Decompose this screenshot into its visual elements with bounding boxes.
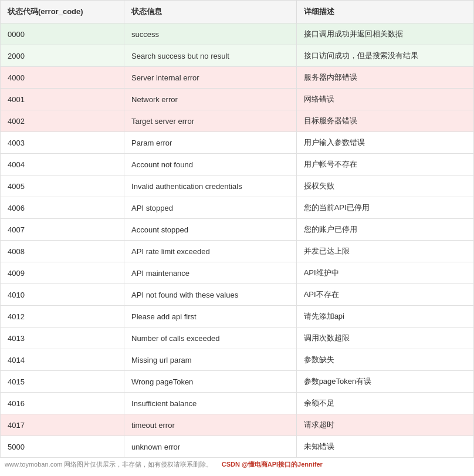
cell-desc: 授权失败 [296, 175, 473, 197]
cell-desc: 调用次数超限 [296, 328, 473, 349]
cell-desc: 参数pageToken有误 [296, 371, 473, 393]
table-header-row: 状态代码(error_code) 状态信息 详细描述 [1, 1, 474, 23]
col-header-code: 状态代码(error_code) [1, 1, 124, 23]
cell-desc: 参数缺失 [296, 349, 473, 371]
cell-status: success [124, 23, 297, 45]
table-row: 0000success接口调用成功并返回相关数据 [1, 23, 474, 45]
table-row: 4012Please add api first请先添加api [1, 306, 474, 328]
cell-code: 4006 [1, 197, 124, 219]
cell-status: Insufficient balance [124, 393, 297, 414]
cell-desc: 用户帐号不存在 [296, 154, 473, 175]
cell-status: timeout error [124, 414, 297, 436]
cell-status: API stopped [124, 197, 297, 219]
cell-code: 4002 [1, 110, 124, 132]
table-row: 4010API not found with these valuesAPI不存… [1, 284, 474, 306]
cell-desc: 余额不足 [296, 393, 473, 414]
cell-code: 4008 [1, 241, 124, 262]
cell-desc: 您的当前API已停用 [296, 197, 473, 219]
cell-desc: API不存在 [296, 284, 473, 306]
cell-status: Number of calls exceeded [124, 328, 297, 349]
cell-status: Server internal error [124, 67, 297, 89]
table-row: 4014Missing url param参数缺失 [1, 349, 474, 371]
cell-status: unknown error [124, 436, 297, 458]
cell-status: API maintenance [124, 262, 297, 284]
cell-desc: 网络错误 [296, 89, 473, 110]
cell-desc: 接口访问成功，但是搜索没有结果 [296, 45, 473, 67]
col-header-status: 状态信息 [124, 1, 297, 23]
cell-desc: API维护中 [296, 262, 473, 284]
cell-status: Account not found [124, 154, 297, 175]
col-header-desc: 详细描述 [296, 1, 473, 23]
cell-status: Invalid authentication credentials [124, 175, 297, 197]
cell-code: 2000 [1, 45, 124, 67]
cell-desc: 您的账户已停用 [296, 219, 473, 241]
cell-code: 4001 [1, 89, 124, 110]
cell-status: API rate limit exceeded [124, 241, 297, 262]
cell-code: 4000 [1, 67, 124, 89]
cell-status: Network error [124, 89, 297, 110]
cell-code: 4013 [1, 328, 124, 349]
cell-code: 4007 [1, 219, 124, 241]
cell-code: 5000 [1, 436, 124, 458]
cell-status: Account stopped [124, 219, 297, 241]
cell-status: Missing url param [124, 349, 297, 371]
error-code-table: 状态代码(error_code) 状态信息 详细描述 0000success接口… [0, 0, 474, 458]
cell-status: Search success but no result [124, 45, 297, 67]
cell-desc: 未知错误 [296, 436, 473, 458]
cell-desc: 目标服务器错误 [296, 110, 473, 132]
cell-code: 4010 [1, 284, 124, 306]
table-row: 4002Target server error目标服务器错误 [1, 110, 474, 132]
cell-status: Target server error [124, 110, 297, 132]
table-row: 4003Param error用户输入参数错误 [1, 132, 474, 154]
cell-code: 0000 [1, 23, 124, 45]
cell-status: API not found with these values [124, 284, 297, 306]
table-row: 4007Account stopped您的账户已停用 [1, 219, 474, 241]
cell-status: Param error [124, 132, 297, 154]
table-row: 4016Insufficient balance余额不足 [1, 393, 474, 414]
cell-code: 4012 [1, 306, 124, 328]
cell-code: 4017 [1, 414, 124, 436]
table-row: 4000Server internal error服务器内部错误 [1, 67, 474, 89]
table-row: 4005Invalid authentication credentials授权… [1, 175, 474, 197]
cell-status: Wrong pageToken [124, 371, 297, 393]
table-row: 5000unknown error未知错误 [1, 436, 474, 458]
cell-code: 4005 [1, 175, 124, 197]
cell-status: Please add api first [124, 306, 297, 328]
table-row: 4013Number of calls exceeded调用次数超限 [1, 328, 474, 349]
footer-watermark: www.toymoban.com 网络图片仅供展示，非存储，如有侵权请联系删除。… [0, 458, 474, 471]
cell-code: 4015 [1, 371, 124, 393]
table-row: 4004Account not found用户帐号不存在 [1, 154, 474, 175]
table-row: 4006API stopped您的当前API已停用 [1, 197, 474, 219]
cell-code: 4003 [1, 132, 124, 154]
table-row: 2000Search success but no result接口访问成功，但… [1, 45, 474, 67]
table-row: 4015Wrong pageToken参数pageToken有误 [1, 371, 474, 393]
table-row: 4017timeout error请求超时 [1, 414, 474, 436]
cell-desc: 并发已达上限 [296, 241, 473, 262]
cell-desc: 请先添加api [296, 306, 473, 328]
cell-code: 4014 [1, 349, 124, 371]
cell-code: 4009 [1, 262, 124, 284]
cell-desc: 服务器内部错误 [296, 67, 473, 89]
table-row: 4008API rate limit exceeded并发已达上限 [1, 241, 474, 262]
cell-desc: 请求超时 [296, 414, 473, 436]
table-row: 4001Network error网络错误 [1, 89, 474, 110]
table-row: 4009API maintenanceAPI维护中 [1, 262, 474, 284]
cell-code: 4004 [1, 154, 124, 175]
cell-desc: 接口调用成功并返回相关数据 [296, 23, 473, 45]
cell-desc: 用户输入参数错误 [296, 132, 473, 154]
cell-code: 4016 [1, 393, 124, 414]
